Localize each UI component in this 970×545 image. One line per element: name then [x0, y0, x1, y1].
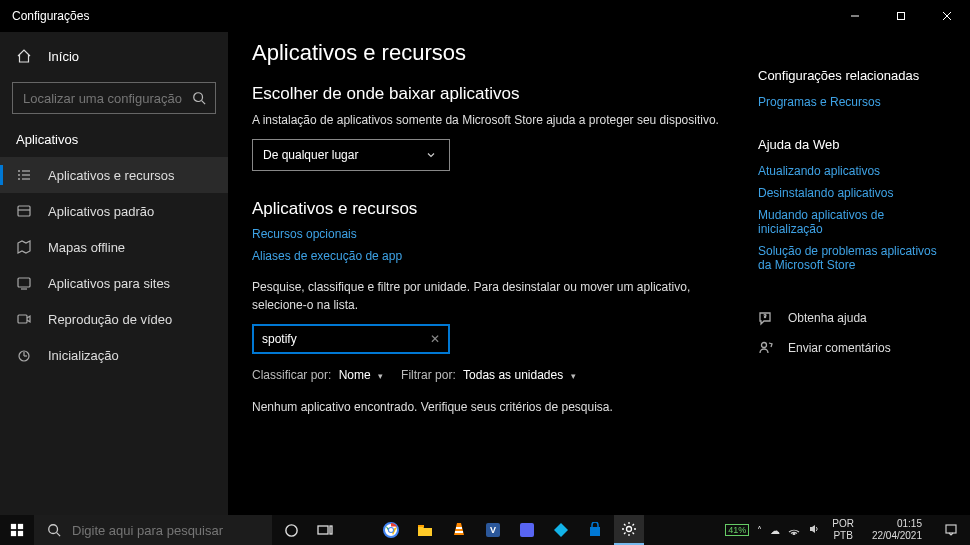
taskbar-search[interactable]	[34, 515, 272, 545]
svg-rect-24	[11, 531, 16, 536]
settings-search-input[interactable]	[23, 91, 191, 106]
home-button[interactable]: Início	[0, 40, 228, 72]
battery-indicator[interactable]: 41%	[725, 524, 749, 536]
clear-search-button[interactable]: ✕	[430, 332, 440, 346]
programs-and-features-link[interactable]: Programas e Recursos	[758, 95, 946, 109]
store-app[interactable]	[580, 515, 610, 545]
svg-point-4	[194, 93, 203, 102]
svg-point-21	[762, 343, 767, 348]
no-apps-found-message: Nenhum aplicativo encontrado. Verifique …	[252, 400, 746, 414]
search-icon	[191, 90, 207, 106]
chevron-down-icon	[423, 147, 439, 163]
vlc-app[interactable]	[444, 515, 474, 545]
dropdown-value: De qualquer lugar	[263, 148, 358, 162]
download-source-heading: Escolher de onde baixar aplicativos	[252, 84, 746, 104]
svg-line-5	[202, 101, 206, 105]
home-label: Início	[48, 49, 79, 64]
kodi-app[interactable]	[546, 515, 576, 545]
sidebar-item-label: Aplicativos padrão	[48, 204, 154, 219]
sidebar-item-apps-websites[interactable]: Aplicativos para sites	[0, 265, 228, 301]
svg-rect-30	[330, 526, 332, 534]
home-icon	[16, 48, 32, 64]
discord-app[interactable]	[512, 515, 542, 545]
taskbar-search-input[interactable]	[72, 523, 260, 538]
filter-by-dropdown[interactable]: Filtrar por: Todas as unidades ▾	[401, 368, 575, 382]
sort-label: Classificar por:	[252, 368, 331, 382]
defaults-icon	[16, 203, 32, 219]
sidebar-section-label: Aplicativos	[0, 122, 228, 157]
sort-by-dropdown[interactable]: Classificar por: Nome ▾	[252, 368, 383, 382]
sidebar-item-apps-features[interactable]: Aplicativos e recursos	[0, 157, 228, 193]
sort-value: Nome	[339, 368, 371, 382]
sidebar-item-label: Inicialização	[48, 348, 119, 363]
svg-rect-37	[455, 531, 463, 533]
settings-search[interactable]	[12, 82, 216, 114]
chevron-down-icon: ▾	[378, 371, 383, 381]
task-view-button[interactable]	[310, 515, 340, 545]
svg-rect-40	[946, 525, 956, 533]
web-help-link[interactable]: Mudando aplicativos de inicialização	[758, 208, 946, 236]
visio-app[interactable]: V	[478, 515, 508, 545]
optional-features-link[interactable]: Recursos opcionais	[252, 227, 746, 241]
minimize-button[interactable]	[832, 0, 878, 32]
network-icon[interactable]	[788, 523, 800, 537]
get-help-label: Obtenha ajuda	[788, 311, 867, 325]
explorer-app[interactable]	[410, 515, 440, 545]
sidebar: Início Aplicativos Aplicativos e recurso…	[0, 32, 228, 515]
svg-rect-16	[18, 315, 27, 323]
app-search-box[interactable]: ✕	[252, 324, 450, 354]
chevron-down-icon: ▾	[571, 371, 576, 381]
web-help-link[interactable]: Desinstalando aplicativos	[758, 186, 946, 200]
svg-rect-29	[318, 526, 328, 534]
filter-label: Filtrar por:	[401, 368, 456, 382]
window-title: Configurações	[12, 9, 832, 23]
get-help-link[interactable]: Obtenha ajuda	[758, 310, 946, 326]
send-feedback-link[interactable]: Enviar comentários	[758, 340, 946, 356]
svg-rect-35	[418, 525, 424, 527]
sidebar-item-video-playback[interactable]: Reprodução de vídeo	[0, 301, 228, 337]
language-indicator[interactable]: POR PTB	[828, 518, 858, 542]
sidebar-item-startup[interactable]: Inicialização	[0, 337, 228, 373]
app-search-input[interactable]	[262, 332, 430, 346]
sidebar-item-label: Reprodução de vídeo	[48, 312, 172, 327]
sidebar-item-default-apps[interactable]: Aplicativos padrão	[0, 193, 228, 229]
svg-point-38	[627, 527, 632, 532]
download-source-description: A instalação de aplicativos somente da M…	[252, 112, 746, 129]
startup-icon	[16, 347, 32, 363]
svg-point-26	[49, 525, 58, 534]
web-help-link[interactable]: Solução de problemas aplicativos da Micr…	[758, 244, 946, 272]
list-icon	[16, 167, 32, 183]
video-icon	[16, 311, 32, 327]
chrome-app[interactable]	[376, 515, 406, 545]
svg-rect-23	[18, 524, 23, 529]
map-icon	[16, 239, 32, 255]
websites-icon	[16, 275, 32, 291]
start-button[interactable]	[0, 523, 34, 537]
volume-icon[interactable]	[808, 523, 820, 537]
svg-point-39	[793, 533, 795, 535]
page-title: Aplicativos e recursos	[252, 40, 746, 66]
sidebar-item-label: Aplicativos e recursos	[48, 168, 174, 183]
settings-app[interactable]	[614, 515, 644, 545]
cortana-button[interactable]	[276, 515, 306, 545]
svg-rect-1	[898, 13, 905, 20]
maximize-button[interactable]	[878, 0, 924, 32]
web-help-link[interactable]: Atualizando aplicativos	[758, 164, 946, 178]
svg-rect-14	[18, 278, 30, 287]
sidebar-item-offline-maps[interactable]: Mapas offline	[0, 229, 228, 265]
tray-chevron-icon[interactable]: ˄	[757, 525, 762, 536]
close-button[interactable]	[924, 0, 970, 32]
notifications-button[interactable]	[936, 523, 966, 537]
sidebar-item-label: Aplicativos para sites	[48, 276, 170, 291]
svg-rect-25	[18, 531, 23, 536]
svg-rect-12	[18, 206, 30, 216]
clock[interactable]: 01:15 22/04/2021	[866, 518, 928, 542]
svg-line-27	[57, 533, 61, 537]
apps-subheading: Aplicativos e recursos	[252, 199, 746, 219]
svg-point-34	[389, 528, 393, 532]
filter-value: Todas as unidades	[463, 368, 563, 382]
download-source-dropdown[interactable]: De qualquer lugar	[252, 139, 450, 171]
app-execution-aliases-link[interactable]: Aliases de execução de app	[252, 249, 746, 263]
onedrive-icon[interactable]: ☁	[770, 525, 780, 536]
svg-rect-36	[456, 527, 462, 529]
